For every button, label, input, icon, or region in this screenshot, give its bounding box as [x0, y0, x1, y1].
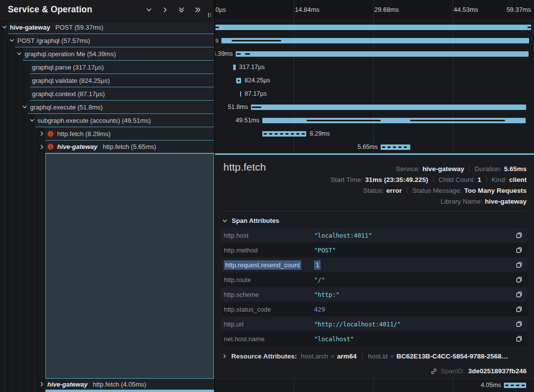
attribute-row[interactable]: http.scheme"http:": [221, 287, 527, 301]
span-detail-panel: http.fetch Service:hive-gatewayDuration:…: [215, 153, 534, 379]
attribute-key-text: http.method: [224, 247, 258, 254]
panel-resize-divider[interactable]: [214, 0, 215, 392]
copy-icon[interactable]: [516, 321, 523, 327]
span-duration-label: 49.51ms: [236, 114, 259, 127]
span-duration-bar[interactable]: [240, 91, 241, 97]
attribute-value: "http://localhost:4011/": [314, 321, 401, 328]
attribute-row[interactable]: http.method"POST": [221, 243, 527, 257]
attribute-key-text: http.status_code: [224, 306, 271, 313]
error-icon: !: [47, 131, 54, 137]
span-tree-row[interactable]: !http.fetch (8.29ms): [45, 127, 214, 141]
gridline: [294, 0, 294, 20]
meta-label: Child Count:: [438, 176, 475, 183]
timeline-row: 51.8ms: [215, 101, 534, 114]
chevron-right-icon[interactable]: [222, 354, 227, 359]
span-duration-bar[interactable]: [233, 65, 236, 70]
attribute-row[interactable]: http.request.resend_count1: [221, 258, 527, 272]
span-operation-label: graphql.validate (824.25µs): [32, 77, 110, 84]
detail-divider: [221, 211, 527, 212]
meta-label: Kind:: [492, 176, 507, 183]
copy-icon[interactable]: [516, 306, 523, 313]
span-duration-bar[interactable]: [251, 105, 526, 110]
span-id-row: SpanID: 3de02518937fb246: [430, 367, 527, 375]
copy-icon[interactable]: [516, 291, 523, 298]
span-operation-label: http.fetch (8.29ms): [57, 130, 110, 138]
timeline-row: 317.17µs: [215, 61, 534, 74]
chevron-down-icon[interactable]: [1, 24, 7, 30]
timeline-row: 824.25µs: [215, 74, 534, 87]
attribute-row[interactable]: http.host"localhost:4011": [221, 228, 527, 242]
span-duration-bar[interactable]: [381, 144, 410, 150]
chevron-right-icon[interactable]: [39, 381, 45, 387]
axis-tick-label: 44.53ms: [454, 6, 478, 13]
span-attributes-toggle[interactable]: Span Attributes: [222, 217, 279, 224]
span-tree-row[interactable]: graphql.execute (51.8ms): [28, 101, 214, 114]
span-tree-row[interactable]: hive-gateway POST (59.37ms): [8, 21, 214, 34]
span-tree-row[interactable]: graphql.validate (824.25µs): [30, 74, 214, 87]
child-span-segment: [245, 53, 250, 55]
chevron-down-icon[interactable]: [9, 37, 15, 43]
span-duration-bar[interactable]: [504, 383, 526, 388]
error-icon: !: [47, 143, 54, 150]
chevron-down-icon[interactable]: [29, 117, 35, 123]
chevron-down-icon[interactable]: [22, 104, 28, 110]
resource-value: arm64: [337, 353, 356, 360]
attribute-row[interactable]: http.route"/": [221, 273, 527, 286]
child-span-segment: [252, 107, 261, 108]
service-operation-panel: hive-gateway POST (59.37ms)POST /graphql…: [0, 0, 214, 392]
resize-handle-icon[interactable]: [208, 13, 211, 17]
child-span-segment: [237, 53, 241, 55]
attribute-key-text: http.route: [224, 276, 251, 284]
meta-value: error: [386, 187, 402, 194]
attribute-key-text: http.scheme: [224, 291, 259, 298]
attribute-key-text: http.request.resend_count: [224, 260, 301, 270]
span-duration-bar[interactable]: [215, 25, 531, 30]
chevron-down-icon[interactable]: [145, 6, 152, 13]
span-id-label: SpanID:: [441, 367, 465, 375]
span-tree-row[interactable]: graphql.parse (317.17µs): [30, 61, 214, 74]
copy-icon[interactable]: [516, 335, 523, 342]
chevrons-right-icon[interactable]: [194, 6, 201, 13]
attribute-row[interactable]: http.status_code429: [221, 302, 527, 316]
attribute-row[interactable]: net.host.name"localhost": [221, 332, 527, 346]
copy-icon[interactable]: [516, 247, 523, 253]
meta-value: 1: [477, 176, 481, 183]
chevron-right-icon[interactable]: [39, 144, 45, 150]
copy-icon[interactable]: [516, 261, 523, 268]
attribute-key: http.scheme: [224, 291, 314, 298]
meta-label: Start Time:: [330, 176, 362, 183]
span-duration-bar[interactable]: [262, 131, 306, 137]
span-tree-row[interactable]: graphql.context (87.17µs): [30, 87, 214, 101]
span-tree-row[interactable]: !hive-gateway http.fetch (5.65ms): [45, 141, 214, 153]
span-duration-bar[interactable]: [236, 51, 529, 57]
attribute-value: "localhost": [314, 335, 354, 343]
detail-meta-line: Service:hive-gatewayDuration:5.65ms: [396, 163, 527, 174]
chevrons-down-icon[interactable]: [178, 6, 185, 13]
span-operation-label: graphql.context (87.17µs): [32, 90, 105, 98]
span-tree-row[interactable]: graphql.operation Me (54.39ms): [23, 47, 214, 61]
copy-icon[interactable]: [516, 276, 523, 283]
span-tree-row[interactable]: subgraph.execute (accounts) (49.51ms): [36, 114, 214, 127]
attribute-value: "POST": [314, 247, 336, 254]
attribute-row[interactable]: http.url"http://localhost:4011/": [221, 317, 527, 331]
span-duration-label: 824.25µs: [245, 74, 270, 87]
span-id-value: 3de02518937fb246: [468, 367, 527, 375]
span-operation-label: http.fetch (5.65ms): [103, 143, 156, 150]
child-span-segment: [215, 27, 219, 28]
span-tree-row[interactable]: hive-gateway http.fetch (4.05ms): [45, 379, 214, 390]
meta-label: Service:: [396, 165, 420, 173]
axis-tick-label: 29.68ms: [374, 6, 399, 13]
meta-divider: [469, 165, 469, 172]
detail-meta-line: Start Time:31ms (23:35:49.225)Child Coun…: [330, 174, 527, 185]
service-name: hive-gateway: [57, 143, 99, 150]
chevron-right-icon[interactable]: [162, 6, 169, 13]
child-span-segment: [232, 40, 281, 41]
span-duration-label: 5.65ms: [357, 141, 378, 154]
chevron-down-icon[interactable]: [16, 51, 22, 57]
span-tree-row[interactable]: POST /graphql (57.57ms): [15, 34, 214, 47]
timeline-rows: s4.39ms317.17µs824.25µs87.17µs51.8ms49.5…: [215, 21, 534, 154]
timeline-row: 5.65ms: [215, 141, 534, 154]
chevron-right-icon[interactable]: [39, 131, 45, 137]
resource-divider: [362, 353, 362, 360]
copy-icon[interactable]: [516, 232, 523, 239]
